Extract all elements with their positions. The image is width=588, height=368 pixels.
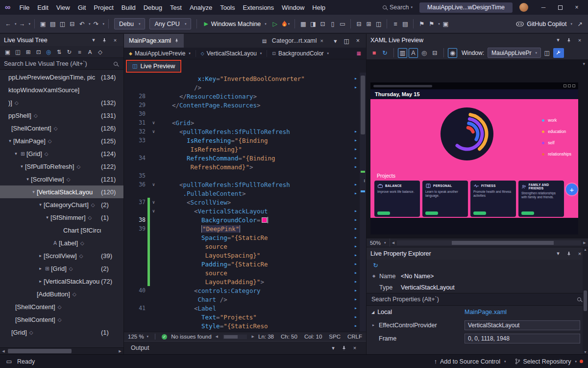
property-search[interactable]: Search Properties (Alt+`): [367, 293, 588, 306]
tab-list-caret-icon[interactable]: ▾: [331, 36, 340, 46]
hot-reload-marker-icon[interactable]: ▸: [354, 252, 357, 258]
live-visual-tree-search[interactable]: Search Live Visual Tree (Alt+`): [0, 58, 123, 70]
eol-indicator[interactable]: CRLF: [347, 334, 362, 340]
code-line[interactable]: 28</ResourceDictionary>: [124, 92, 366, 101]
xaml-preview-icon[interactable]: ⊡: [318, 19, 327, 29]
scroll-right-icon[interactable]: ▶: [252, 335, 254, 339]
close-icon[interactable]: ×: [575, 36, 584, 45]
fold-icon[interactable]: ∨: [150, 129, 157, 134]
hot-reload-marker-icon[interactable]: ▸: [354, 288, 357, 293]
tree-item[interactable]: [ShellContent]◇(126): [0, 122, 123, 134]
monitor-icon[interactable]: ⊟: [355, 19, 363, 29]
minimize-button[interactable]: ─: [535, 0, 552, 15]
open-external-icon[interactable]: ↗: [576, 19, 584, 29]
code-line[interactable]: IsRefreshing}"▸: [124, 145, 366, 154]
project-card[interactable]: PERSONALLearn to speak another language.: [422, 181, 468, 217]
expander-icon[interactable]: ▾: [19, 164, 25, 169]
filter-tree-icon[interactable]: ≡: [75, 47, 84, 56]
code-line[interactable]: 41<Label▸: [124, 304, 366, 313]
hot-reload-marker-icon[interactable]: ▸: [354, 314, 357, 319]
scroll-left-icon[interactable]: ◀: [216, 335, 218, 339]
editor-horizontal-scrollbar[interactable]: [223, 335, 247, 339]
hot-reload-marker-icon[interactable]: ▸: [354, 296, 357, 302]
code-line[interactable]: RefreshCommand}">▸: [124, 162, 366, 171]
canvas-caret-icon[interactable]: ▾: [583, 61, 585, 66]
navigate-forward-icon[interactable]: →: [18, 19, 26, 29]
hot-reload-marker-icon[interactable]: ▸: [354, 323, 357, 328]
code-line[interactable]: 35: [124, 171, 366, 180]
bookmark-list-icon-caret[interactable]: ▾: [438, 22, 440, 26]
hot-reload-marker-icon[interactable]: ▸: [354, 182, 357, 187]
tree-item[interactable]: ▸⊞[Grid]◇(2): [0, 262, 123, 275]
start-without-debugging-icon[interactable]: ▷: [271, 19, 279, 29]
navigate-back-icon-caret[interactable]: ▾: [15, 22, 17, 26]
expander-icon[interactable]: ▸: [37, 253, 44, 258]
code-line[interactable]: 34RefreshCommand="{Binding▸: [124, 154, 366, 162]
live-preview-button[interactable]: ◫ Live Preview: [127, 61, 180, 71]
tree-item[interactable]: [Grid]◇(1): [0, 326, 123, 339]
scroll-left-icon[interactable]: ◀: [390, 241, 397, 245]
navigate-back-icon[interactable]: ←: [4, 19, 12, 29]
tab-mainpage-xaml[interactable]: MainPage.xaml: [124, 34, 184, 48]
platform-select[interactable]: Any CPU ▾: [149, 18, 191, 29]
pin-icon[interactable]: [100, 36, 109, 45]
scroll-left-icon[interactable]: ◀: [0, 349, 7, 353]
new-preview-window-icon[interactable]: ◫: [542, 48, 552, 58]
tree-item[interactable]: ▸[VerticalStackLayou(72): [0, 275, 123, 288]
expand-icon[interactable]: ◢: [371, 310, 374, 315]
code-editor[interactable]: x:Key="InvertedBoolConverter"▸/>▸28</Res…: [124, 73, 366, 332]
property-value-input[interactable]: 0, 0, 1118, 1948: [465, 334, 580, 343]
close-group-icon[interactable]: ×: [354, 36, 362, 46]
add-item-icon[interactable]: ▤: [49, 19, 57, 29]
pin-icon[interactable]: [564, 36, 573, 45]
tree-item[interactable]: ▾[SfPullToRefresh]◇(122): [0, 160, 123, 173]
redo-icon-caret[interactable]: ▾: [103, 22, 105, 26]
project-card[interactable]: FAMILY AND FRIENDSStrengthen relationshi…: [518, 181, 564, 217]
live-visual-tree-icon[interactable]: ▦: [299, 19, 307, 29]
code-line[interactable]: 29</ContentPage.Resources>: [124, 101, 366, 109]
tree-item[interactable]: [ShellContent]◇: [0, 300, 123, 313]
track-focused-element-icon[interactable]: ⊡: [34, 47, 43, 56]
select-repository-button[interactable]: Select Repository ▾: [515, 358, 583, 365]
tree-item[interactable]: [AddButton]◇: [0, 288, 123, 300]
tree-item[interactable]: )]◇(132): [0, 96, 123, 109]
indent-icon[interactable]: ▤: [401, 19, 409, 29]
hot-reload-marker-icon[interactable]: ▸: [354, 243, 357, 249]
code-line[interactable]: 36∨<pullToRefresh:SfPullToRefresh▸: [124, 180, 366, 189]
pin-icon[interactable]: [564, 249, 573, 258]
redo-icon[interactable]: ↷: [92, 19, 100, 29]
scroll-right-icon[interactable]: ▶: [581, 241, 588, 245]
project-card[interactable]: BALANCEImprove work life balance.: [374, 181, 420, 217]
scroll-up-icon[interactable]: ▲: [584, 248, 587, 251]
split-window-icon[interactable]: ◫: [343, 36, 351, 46]
close-icon[interactable]: ×: [350, 343, 359, 352]
code-line[interactable]: .PullableContent>▸: [124, 189, 366, 198]
layout-adorners-icon[interactable]: ⊞: [24, 47, 33, 56]
expander-icon[interactable]: ▾: [44, 215, 50, 220]
tree-item[interactable]: A[Label]◇: [0, 237, 123, 249]
expander-icon[interactable]: ▾: [37, 202, 44, 207]
expander-icon[interactable]: ▾: [13, 151, 19, 156]
run-button[interactable]: ▶ Windows Machine ▾: [201, 18, 269, 30]
undo-icon-caret[interactable]: ▾: [89, 22, 91, 26]
panel-menu-caret-icon[interactable]: ▾: [329, 343, 338, 352]
menu-build[interactable]: Build: [118, 0, 140, 15]
tree-item[interactable]: ppShell]◇(131): [0, 109, 123, 122]
tab-pin-icon[interactable]: [174, 37, 179, 44]
tree-item[interactable]: ▾[ScrollView]◇(121): [0, 173, 123, 185]
code-line[interactable]: />▸: [124, 83, 366, 92]
debug-config-select[interactable]: Debu ▾: [114, 18, 145, 29]
panel-menu-caret-icon[interactable]: ▾: [554, 249, 563, 258]
undo-icon[interactable]: ↶: [78, 19, 86, 29]
zoom-select[interactable]: 125 % ▾: [128, 334, 148, 340]
code-line[interactable]: Chart />▸: [124, 295, 366, 304]
hot-reload-marker-icon[interactable]: ▸: [354, 305, 357, 311]
scroll-right-icon[interactable]: ▶: [117, 349, 123, 353]
multi-monitor-icon[interactable]: ⊞: [365, 19, 373, 29]
code-line[interactable]: x:Key="InvertedBoolConverter"▸: [124, 74, 366, 83]
live-property-explorer-icon[interactable]: ◨: [309, 19, 317, 29]
preview-visibility-icon[interactable]: ◉: [448, 48, 457, 58]
code-line[interactable]: Padding="{StaticRe▸: [124, 260, 366, 268]
expander-icon[interactable]: ▾: [7, 138, 13, 143]
menu-analyze[interactable]: Analyze: [186, 0, 216, 15]
